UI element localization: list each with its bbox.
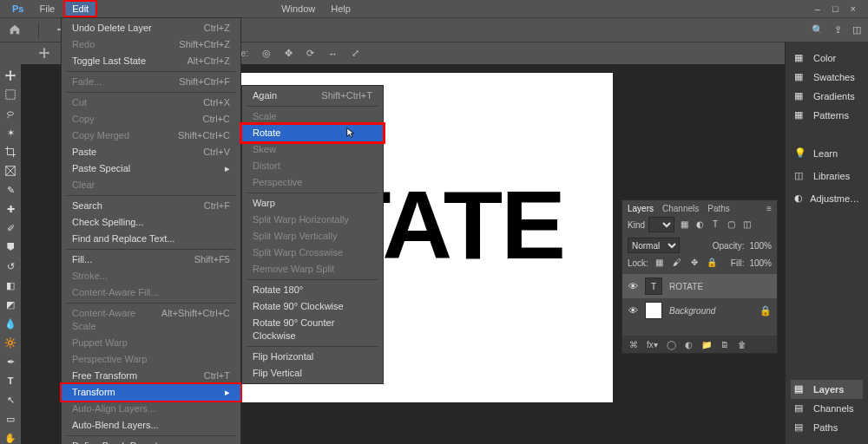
menubar: Ps File Edit Window Help – □ × [0, 0, 868, 17]
transform-menu-item[interactable]: Flip Vertical [242, 365, 383, 382]
filter-shape-icon[interactable]: ▢ [725, 219, 737, 231]
layers-kind-select[interactable] [648, 217, 674, 232]
lock-pos-icon[interactable]: ✥ [688, 257, 700, 269]
minimize-button[interactable]: – [815, 3, 820, 14]
edit-menu-item[interactable]: Undo Delete LayerCtrl+Z [62, 20, 240, 36]
rail-item[interactable]: ▦Patterns [791, 106, 863, 125]
edit-menu-item[interactable]: Transform▸ [62, 384, 240, 401]
move-tool-icon[interactable] [38, 47, 50, 61]
transform-menu-item[interactable]: Rotate 90° Clockwise [242, 298, 383, 315]
rail-item[interactable]: ▦Gradients [791, 87, 863, 106]
edit-menu-item[interactable]: Fill...Shift+F5 [62, 251, 240, 268]
gradient-tool[interactable]: ◩ [3, 298, 17, 310]
edit-menu-item[interactable]: Free TransformCtrl+T [62, 368, 240, 384]
lasso-tool[interactable] [3, 108, 17, 120]
adjustment-layer-icon[interactable]: ◐ [685, 340, 693, 349]
brush-tool[interactable]: ✐ [3, 222, 17, 234]
history-brush-tool[interactable]: ↺ [3, 260, 17, 272]
layer-row[interactable]: 👁Background🔒 [622, 298, 777, 323]
layers-panel-tab-channels[interactable]: Channels [662, 204, 699, 213]
home-icon[interactable] [9, 23, 21, 37]
eraser-tool[interactable]: ◧ [3, 279, 17, 291]
fx-icon[interactable]: fx▾ [647, 340, 658, 349]
layers-panel-tab-layers[interactable]: Layers [628, 204, 654, 213]
edit-menu-item[interactable]: Toggle Last StateAlt+Ctrl+Z [62, 53, 240, 69]
rail-adjustments[interactable]: ◐Adjustme… [791, 189, 863, 208]
visibility-icon[interactable]: 👁 [628, 305, 638, 316]
transform-menu-item[interactable]: Rotate [242, 125, 383, 141]
menu-edit[interactable]: Edit [63, 0, 97, 17]
scale-icon[interactable]: ⤢ [352, 48, 359, 59]
filter-pixel-icon[interactable]: ▦ [678, 219, 690, 231]
edit-menu-item: CutCtrl+X [62, 95, 240, 111]
rail-item[interactable]: ▦Color [791, 49, 863, 68]
filter-adjust-icon[interactable]: ◐ [694, 219, 706, 231]
blur-tool[interactable]: 💧 [3, 317, 17, 330]
menu-window[interactable]: Window [274, 2, 322, 16]
blend-mode-select[interactable]: Normal [628, 238, 680, 253]
rail-item[interactable]: ▤Channels [791, 399, 863, 418]
rail-item[interactable]: ▤Layers [791, 380, 863, 399]
delete-layer-icon[interactable]: 🗑 [738, 340, 746, 349]
new-layer-icon[interactable]: 🗎 [720, 340, 729, 349]
frame-tool[interactable] [3, 165, 17, 177]
edit-menu-item[interactable]: Check Spelling... [62, 214, 240, 231]
rail-learn[interactable]: 💡Learn [791, 144, 863, 163]
pan-icon[interactable]: ✥ [285, 48, 293, 59]
workspace-icon[interactable]: ◫ [852, 24, 861, 36]
transform-menu-item[interactable]: Flip Horizontal [242, 349, 383, 365]
gradients-icon: ▦ [794, 90, 806, 102]
roll-icon[interactable]: ⟳ [306, 48, 314, 59]
move-tool[interactable] [3, 69, 17, 82]
mask-icon[interactable]: ◯ [667, 340, 676, 349]
visibility-icon[interactable]: 👁 [628, 281, 638, 291]
transform-menu-item[interactable]: Warp [242, 195, 383, 212]
dodge-tool[interactable]: 🔆 [3, 336, 17, 349]
marquee-tool[interactable] [3, 88, 17, 101]
share-icon[interactable]: ⇪ [834, 24, 842, 36]
layers-panel-tab-paths[interactable]: Paths [707, 204, 730, 213]
stamp-tool[interactable]: ⛊ [3, 241, 17, 253]
layer-row[interactable]: 👁TROTATE [622, 274, 777, 298]
eyedropper-tool[interactable]: ✎ [3, 184, 17, 196]
menu-file[interactable]: File [32, 2, 62, 16]
filter-smart-icon[interactable]: ◫ [740, 219, 753, 231]
hand-tool[interactable]: ✋ [3, 432, 17, 444]
edit-menu-item[interactable]: Define Brush Preset... [62, 438, 240, 444]
edit-menu-item[interactable]: SearchCtrl+F [62, 198, 240, 214]
lock-all-icon[interactable]: 🔒 [706, 257, 718, 269]
edit-menu-item[interactable]: Find and Replace Text... [62, 231, 240, 247]
edit-menu-item: Auto-Align Layers... [62, 401, 240, 417]
path-tool[interactable]: ↖ [3, 394, 17, 406]
opacity-value[interactable]: 100% [749, 241, 772, 251]
close-button[interactable]: × [851, 3, 856, 14]
transform-menu-item[interactable]: Rotate 180° [242, 282, 383, 298]
filter-type-icon[interactable]: T [709, 219, 721, 231]
transform-menu-item[interactable]: Rotate 90° Counter Clockwise [242, 315, 383, 344]
search-icon[interactable]: 🔍 [812, 24, 824, 36]
rail-item[interactable]: ▤Paths [791, 418, 863, 437]
slide-icon[interactable]: ↔ [328, 49, 338, 59]
menu-help[interactable]: Help [324, 2, 358, 16]
edit-menu-item[interactable]: Auto-Blend Layers... [62, 417, 240, 434]
edit-menu-item[interactable]: PasteCtrl+V [62, 144, 240, 160]
crop-tool[interactable] [3, 146, 17, 158]
edit-menu-item[interactable]: Paste Special▸ [62, 160, 240, 177]
transform-menu-item[interactable]: AgainShift+Ctrl+T [242, 88, 383, 104]
healing-tool[interactable]: ✚ [3, 203, 17, 215]
rail-libraries[interactable]: ◫Libraries [791, 166, 863, 186]
pen-tool[interactable]: ✒ [3, 356, 17, 368]
panel-menu-icon[interactable]: ≡ [766, 204, 772, 213]
transform-menu-item: Scale [242, 108, 383, 125]
maximize-button[interactable]: □ [832, 3, 838, 14]
lock-trans-icon[interactable]: ▦ [654, 257, 666, 269]
link-layers-icon[interactable]: ⌘ [629, 340, 638, 349]
orbit-icon[interactable]: ◎ [262, 48, 271, 59]
fill-value[interactable]: 100% [749, 258, 772, 268]
type-tool[interactable]: T [3, 375, 17, 387]
group-icon[interactable]: 📁 [701, 340, 712, 349]
shape-tool[interactable]: ▭ [3, 413, 17, 425]
rail-item[interactable]: ▦Swatches [791, 68, 863, 87]
wand-tool[interactable]: ✶ [3, 127, 17, 139]
lock-pixels-icon[interactable]: 🖌 [671, 257, 683, 269]
